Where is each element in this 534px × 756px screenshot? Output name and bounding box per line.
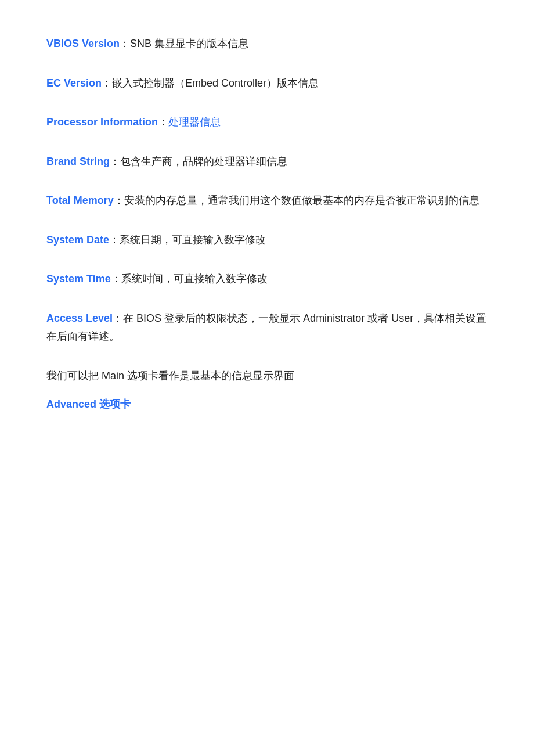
- desc-systime: 系统时间，可直接输入数字修改: [121, 273, 268, 285]
- entry-processor-text: Processor Information：处理器信息: [46, 113, 488, 132]
- entry-brand-text: Brand String：包含生产商，品牌的处理器详细信息: [46, 153, 488, 171]
- entry-processor: Processor Information：处理器信息: [46, 113, 488, 132]
- content-area: VBIOS Version：SNB 集显显卡的版本信息 EC Version：嵌…: [46, 35, 488, 414]
- term-brand: Brand String: [46, 156, 110, 167]
- entry-access-text: Access Level：在 BIOS 登录后的权限状态，一般显示 Admini…: [46, 309, 488, 346]
- entry-sysdate-text: System Date：系统日期，可直接输入数字修改: [46, 231, 488, 250]
- term-systime: System Time: [46, 273, 111, 285]
- entry-systime: System Time：系统时间，可直接输入数字修改: [46, 270, 488, 289]
- entry-memory: Total Memory：安装的内存总量，通常我们用这个数值做最基本的内存是否被…: [46, 192, 488, 210]
- advanced-link[interactable]: Advanced 选项卡: [46, 398, 131, 410]
- entry-vbios-text: VBIOS Version：SNB 集显显卡的版本信息: [46, 35, 488, 53]
- advanced-link-paragraph: Advanced 选项卡: [46, 395, 488, 414]
- entry-ec-text: EC Version：嵌入式控制器（Embed Controller）版本信息: [46, 74, 488, 93]
- term-processor: Processor Information: [46, 116, 158, 128]
- sep-systime: ：: [111, 273, 121, 285]
- sep-access: ：: [113, 312, 123, 324]
- link-processor-desc[interactable]: 处理器信息: [168, 116, 221, 128]
- desc-memory: 安装的内存总量，通常我们用这个数值做最基本的内存是否被正常识别的信息: [124, 195, 479, 206]
- sep-processor: ：: [158, 116, 168, 128]
- entry-access: Access Level：在 BIOS 登录后的权限状态，一般显示 Admini…: [46, 309, 488, 346]
- sep-sysdate: ：: [109, 234, 120, 246]
- term-memory: Total Memory: [46, 195, 114, 206]
- sep-memory: ：: [114, 195, 124, 206]
- desc-vbios: SNB 集显显卡的版本信息: [130, 38, 248, 49]
- term-sysdate: System Date: [46, 234, 109, 246]
- entry-sysdate: System Date：系统日期，可直接输入数字修改: [46, 231, 488, 250]
- entry-systime-text: System Time：系统时间，可直接输入数字修改: [46, 270, 488, 289]
- entry-brand: Brand String：包含生产商，品牌的处理器详细信息: [46, 153, 488, 171]
- desc-sysdate: 系统日期，可直接输入数字修改: [120, 234, 266, 246]
- desc-brand: 包含生产商，品牌的处理器详细信息: [120, 156, 287, 167]
- footer-text: 我们可以把 Main 选项卡看作是最基本的信息显示界面: [46, 367, 488, 386]
- term-ec: EC Version: [46, 77, 102, 89]
- entry-vbios: VBIOS Version：SNB 集显显卡的版本信息: [46, 35, 488, 53]
- sep-ec: ：: [102, 77, 112, 89]
- entry-ec: EC Version：嵌入式控制器（Embed Controller）版本信息: [46, 74, 488, 93]
- entry-memory-text: Total Memory：安装的内存总量，通常我们用这个数值做最基本的内存是否被…: [46, 192, 488, 210]
- sep-brand: ：: [110, 156, 120, 167]
- desc-ec: 嵌入式控制器（Embed Controller）版本信息: [112, 77, 319, 89]
- sep-vbios: ：: [120, 38, 130, 49]
- term-access: Access Level: [46, 312, 113, 324]
- term-vbios: VBIOS Version: [46, 38, 120, 49]
